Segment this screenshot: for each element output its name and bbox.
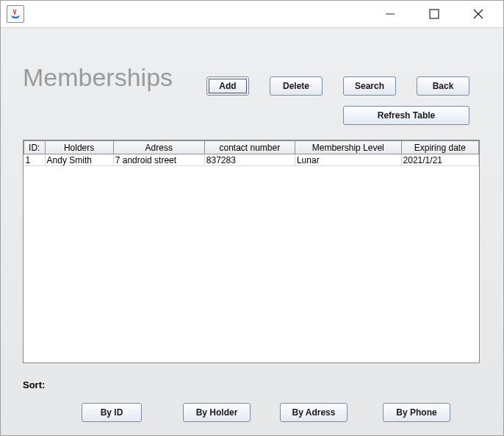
svg-line-2: [474, 10, 483, 18]
cell-level[interactable]: Lunar: [295, 154, 401, 166]
cell-id[interactable]: 1: [24, 154, 46, 166]
svg-line-3: [474, 10, 483, 18]
back-button[interactable]: Back: [417, 76, 469, 96]
client-area: Memberships Add Delete Search Back Refre…: [1, 27, 503, 435]
col-holders[interactable]: Holders: [45, 141, 113, 154]
sort-by-adress-button[interactable]: By Adress: [280, 403, 348, 422]
cell-expiring[interactable]: 2021/1/21: [401, 154, 478, 166]
java-app-icon: [7, 5, 24, 23]
svg-rect-1: [430, 10, 439, 18]
search-button[interactable]: Search: [343, 76, 396, 96]
maximize-button[interactable]: [420, 3, 449, 25]
col-id[interactable]: ID:: [24, 141, 46, 154]
table-header-row: ID: Holders Adress contact number Member…: [24, 141, 479, 154]
window-controls: [375, 3, 500, 25]
memberships-table[interactable]: ID: Holders Adress contact number Member…: [23, 140, 480, 363]
window-frame: Memberships Add Delete Search Back Refre…: [0, 0, 504, 436]
sort-by-phone-button[interactable]: By Phone: [383, 403, 450, 422]
minimize-button[interactable]: [375, 3, 405, 25]
sort-label: Sort:: [23, 379, 45, 390]
add-button[interactable]: Add: [206, 76, 249, 96]
sort-by-id-button[interactable]: By ID: [82, 403, 142, 422]
cell-contact[interactable]: 837283: [204, 154, 295, 166]
titlebar: [1, 1, 503, 27]
cell-adress[interactable]: 7 android street: [113, 154, 204, 166]
sort-by-holder-button[interactable]: By Holder: [183, 403, 251, 422]
table-row[interactable]: 1 Andy Smith 7 android street 837283 Lun…: [24, 154, 479, 166]
close-button[interactable]: [464, 3, 493, 25]
col-adress[interactable]: Adress: [113, 141, 204, 154]
refresh-table-button[interactable]: Refresh Table: [343, 106, 469, 125]
delete-button[interactable]: Delete: [270, 76, 323, 96]
page-title: Memberships: [23, 63, 173, 92]
col-level[interactable]: Membership Level: [295, 141, 401, 154]
col-contact[interactable]: contact number: [204, 141, 295, 154]
cell-holder[interactable]: Andy Smith: [45, 154, 113, 166]
col-expiring[interactable]: Expiring date: [401, 141, 478, 154]
